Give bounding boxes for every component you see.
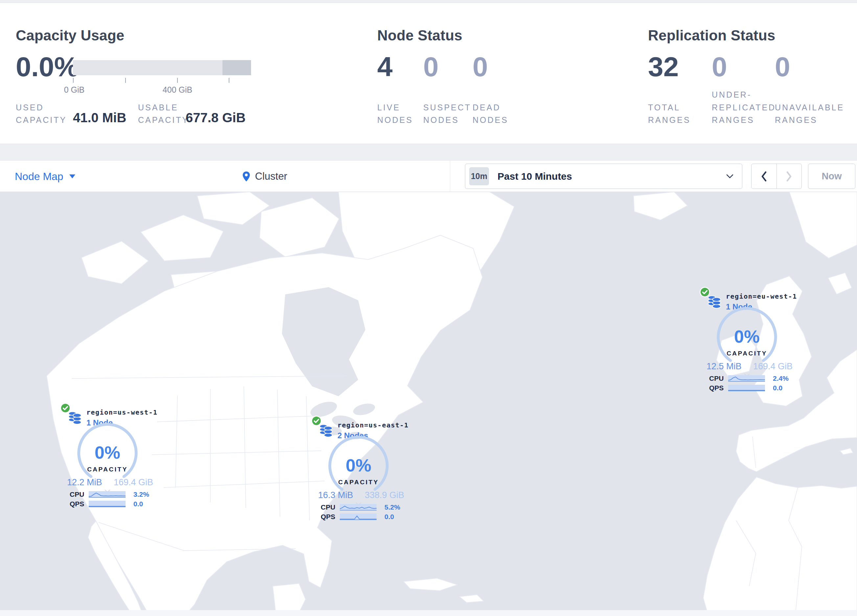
capacity-used-value: 16.3 MiB [318,490,353,500]
qps-stat-row: QPS 0.0 [70,500,155,508]
region-marker-us-east-1[interactable]: region=us-east-1 2 Nodes 0% CAPACITY 16.… [311,417,410,525]
dead-nodes-label: DEAD NODES [473,101,512,127]
breadcrumb-label: Cluster [255,170,287,182]
capacity-gauge: 0% CAPACITY [715,305,779,369]
suspect-nodes-label: SUSPECT NODES [423,101,466,127]
capacity-total-value: 169.4 GiB [114,477,153,488]
unavailable-ranges-label: UNAVAILABLE RANGES [775,101,841,127]
qps-sparkline [728,385,765,391]
live-nodes-label: LIVE NODES [377,101,417,127]
location-pin-icon [242,171,251,182]
now-button[interactable]: Now [808,164,855,189]
view-selector-label: Node Map [15,170,63,183]
capacity-bar-reserved-segment [223,60,251,75]
qps-value: 0.0 [773,384,783,392]
replication-status-title: Replication Status [648,27,775,44]
under-replicated-ranges-label: UNDER-REPLICATED RANGES [712,88,773,127]
cpu-value: 5.2% [384,503,400,511]
capacity-caption: CAPACITY [326,479,390,486]
capacity-axis-label: 400 GiB [162,85,192,95]
capacity-percent: 0% [715,326,779,347]
region-label: region=us-east-1 [337,420,409,430]
time-range-dropdown[interactable]: 10m Past 10 Minutes [465,164,742,189]
view-selector-dropdown[interactable]: Node Map [15,161,75,192]
cpu-value: 2.4% [773,375,789,383]
total-ranges-label: TOTAL RANGES [648,101,696,127]
time-pager [751,164,802,189]
capacity-axis-tick [177,78,178,83]
cpu-stat-row: CPU 2.4% [709,375,795,383]
capacity-used-value: 12.2 MiB [67,477,102,488]
capacity-percent: 0% [76,442,139,463]
used-capacity-value: 41.0 MiB [73,110,126,125]
time-range-label: Past 10 Minutes [498,171,572,182]
chevron-left-icon [761,171,767,182]
breadcrumb[interactable]: Cluster [242,161,287,192]
usable-capacity-value: 677.8 GiB [186,110,246,125]
region-marker-us-west-1[interactable]: region=us-west-1 1 Node 0% CAPACITY 12.2… [60,404,158,512]
usable-capacity-label: USABLE CAPACITY [138,101,190,127]
suspect-nodes-value: 0 [423,53,439,80]
capacity-axis-label: 0 GiB [64,85,85,95]
capacity-usage-bar [73,60,251,75]
capacity-caption: CAPACITY [76,466,139,473]
cpu-sparkline [340,504,377,511]
region-label: region=us-west-1 [87,408,158,417]
total-ranges-value: 32 [648,53,679,80]
cpu-label: CPU [321,503,340,511]
caret-down-icon [69,174,75,178]
capacity-gauge: 0% CAPACITY [326,434,390,498]
cpu-sparkline [89,491,125,498]
node-map[interactable]: region=us-west-1 1 Node 0% CAPACITY 12.2… [0,192,857,616]
qps-label: QPS [709,384,728,392]
time-forward-button[interactable] [777,164,802,188]
capacity-axis-tick [73,78,74,83]
node-status-title: Node Status [377,27,463,44]
qps-value: 0.0 [384,513,394,521]
cpu-sparkline [728,375,765,382]
qps-value: 0.0 [133,500,143,508]
capacity-axis-tick [125,78,126,83]
capacity-total-value: 338.9 GiB [365,490,404,500]
live-nodes-value: 4 [377,53,393,80]
qps-label: QPS [321,513,340,521]
cpu-label: CPU [70,491,89,499]
capacity-axis-tick [229,78,229,83]
chevron-down-icon [726,174,733,179]
cpu-stat-row: CPU 3.2% [70,491,155,499]
capacity-usage-title: Capacity Usage [16,27,125,44]
capacity-total-value: 169.4 GiB [753,361,793,372]
under-replicated-ranges-value: 0 [712,53,727,80]
capacity-caption: CAPACITY [715,350,779,357]
capacity-gauge: 0% CAPACITY [76,421,139,485]
region-marker-eu-west-1[interactable]: region=eu-west-1 1 Node 0% CAPACITY 12.5… [699,288,798,396]
time-scale-badge: 10m [469,167,489,185]
qps-sparkline [340,514,377,520]
time-back-button[interactable] [752,164,777,188]
cpu-stat-row: CPU 5.2% [321,503,406,511]
used-capacity-label: USED CAPACITY [16,101,60,127]
map-footer-strip [0,610,857,616]
map-toolbar: Node Map Cluster 10m Past 10 Minutes Now [0,160,857,192]
cpu-value: 3.2% [133,491,149,499]
region-label: region=eu-west-1 [726,292,797,301]
cluster-summary-bar: Capacity Usage 0.0% 0 GiB 400 GiB USED C… [0,3,857,144]
capacity-percent-value: 0.0% [16,53,79,80]
dead-nodes-value: 0 [473,53,488,80]
unavailable-ranges-value: 0 [775,53,790,80]
capacity-percent: 0% [326,455,390,476]
cpu-label: CPU [709,375,728,383]
qps-stat-row: QPS 0.0 [321,513,406,521]
capacity-used-value: 12.5 MiB [707,361,742,372]
chevron-right-icon [786,171,792,182]
qps-sparkline [89,501,125,507]
qps-stat-row: QPS 0.0 [709,384,795,392]
qps-label: QPS [70,500,89,508]
